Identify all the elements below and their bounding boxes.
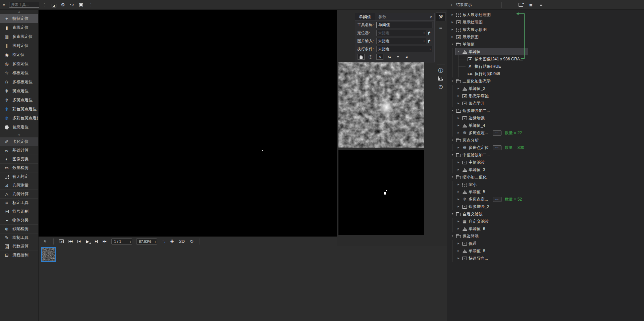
- list-button[interactable]: ≡: [395, 54, 401, 60]
- fit-view-button[interactable]: ⌜⌟: [159, 239, 168, 244]
- more-options-button[interactable]: •••: [493, 145, 501, 150]
- link-source-button[interactable]: ↱: [426, 39, 432, 44]
- palette-button[interactable]: ◕: [404, 54, 410, 60]
- expanded-arrow-icon[interactable]: ▼: [450, 139, 454, 141]
- expand-button[interactable]: ✕: [376, 54, 383, 60]
- tree-group-row[interactable]: ▼缩小加二值化: [447, 173, 644, 181]
- spinner-arrows[interactable]: ▴▾: [130, 240, 131, 243]
- tree-row[interactable]: ▶❊多斑点定...•••数量 = 52: [447, 196, 644, 203]
- frame-spinner[interactable]: ▴▾: [111, 238, 132, 245]
- sidebar-item-geocalc[interactable]: △几何计算: [0, 190, 38, 198]
- tree-row[interactable]: ▶单阈值_5: [447, 188, 644, 196]
- image-source-button[interactable]: ◢: [49, 2, 58, 7]
- more-options-button[interactable]: •••: [493, 130, 501, 136]
- lock-button[interactable]: [358, 54, 365, 60]
- link-source-button[interactable]: ↱: [426, 31, 432, 36]
- collapse-all-button[interactable]: ≣: [526, 2, 536, 7]
- tree-group-row[interactable]: ▼中值滤波加二...: [447, 151, 644, 159]
- sidebar-item-presence[interactable]: ?有无判定: [0, 172, 38, 181]
- expanded-arrow-icon[interactable]: ▼: [450, 109, 454, 112]
- sidebar-item-infinity[interactable]: ∞基础计算: [0, 146, 38, 155]
- expanded-arrow-icon[interactable]: ▼: [450, 43, 454, 45]
- sidebar-item-multiblob[interactable]: ❊多斑点定位: [0, 96, 38, 105]
- collapsed-arrow-icon[interactable]: ▶: [457, 131, 461, 134]
- sidebar-item-caliper[interactable]: ✐卡尺定位: [0, 137, 38, 146]
- collapsed-arrow-icon[interactable]: ▶: [450, 13, 454, 16]
- run-export-button[interactable]: ↪: [67, 2, 76, 7]
- collapsed-arrow-icon[interactable]: ▶: [457, 87, 461, 90]
- tree-row[interactable]: ▶↗放大展示原图: [447, 26, 644, 33]
- add-group-button[interactable]: +: [516, 2, 526, 7]
- tree-row[interactable]: 1.11执行时间0.948: [447, 70, 644, 77]
- tree-row[interactable]: ✗执行结果TRUE: [447, 63, 644, 70]
- collapsed-arrow-icon[interactable]: ▶: [457, 161, 461, 164]
- tree-row[interactable]: ▶❊多斑点定位•••数量 = 300: [447, 144, 644, 151]
- tree-row[interactable]: ▶≈低通: [447, 240, 644, 247]
- expanded-arrow-icon[interactable]: ▼: [457, 50, 461, 53]
- parameters-button[interactable]: ≡: [436, 23, 446, 32]
- histogram-button[interactable]: [436, 74, 446, 83]
- collapsed-arrow-icon[interactable]: ▶: [457, 146, 461, 149]
- play-button[interactable]: ▶: [83, 239, 92, 244]
- sidebar-item-geometry[interactable]: ⊿几何测量: [0, 181, 38, 190]
- field-select[interactable]: 未指定▾: [376, 30, 426, 36]
- zoom-spinner[interactable]: ▴▾: [136, 238, 157, 245]
- collapsed-arrow-icon[interactable]: ▶: [450, 36, 454, 38]
- tree-row[interactable]: ▶◢展示处理图: [447, 18, 644, 26]
- tree-row[interactable]: ▶单阈值_3: [447, 166, 644, 173]
- field-select[interactable]: 未指定▾: [376, 38, 426, 44]
- info-button[interactable]: ⓘ: [436, 66, 446, 75]
- tree-row[interactable]: ▶≈中值滤波: [447, 159, 644, 166]
- tree-group-row[interactable]: ▼二值化加形态学: [447, 77, 644, 85]
- sidebar-item-multiline[interactable]: ▥多直线定位: [0, 32, 38, 41]
- toolbar-collapse-icon[interactable]: »: [41, 239, 50, 244]
- threshold-preview-image[interactable]: [338, 150, 424, 235]
- collapsed-arrow-icon[interactable]: ▶: [457, 95, 461, 97]
- expanded-arrow-icon[interactable]: ▼: [450, 176, 454, 178]
- last-frame-button[interactable]: ▶▶: [101, 240, 109, 243]
- sidebar-item-pin-tool[interactable]: ⌖特征定位: [0, 14, 38, 23]
- expanded-arrow-icon[interactable]: ▼: [450, 154, 454, 156]
- tree-row[interactable]: ▶↗放大展示处理图: [447, 11, 644, 18]
- tree-group-row[interactable]: ▼边缘增强加二...: [447, 107, 644, 114]
- tree-row[interactable]: ▶◢形态学腐蚀: [447, 92, 644, 100]
- sidebar-item-draw[interactable]: ✎绘制工具: [0, 233, 38, 242]
- zoom-value[interactable]: [139, 239, 153, 244]
- panel-collapse-icon[interactable]: ‹: [447, 2, 456, 7]
- sidebar-item-multicircle[interactable]: ◎多圆定位: [0, 59, 38, 68]
- collapsed-arrow-icon[interactable]: ▶: [457, 191, 461, 193]
- tree-row[interactable]: ▶≡边缘增强_2: [447, 203, 644, 210]
- sidebar-item-contour[interactable]: 轮廓定位: [0, 123, 38, 132]
- spinner-arrows[interactable]: ▴▾: [155, 240, 156, 243]
- sidebar-item-blob[interactable]: ❋斑点定位: [0, 87, 38, 96]
- refresh-loop-button[interactable]: ↻: [187, 239, 196, 244]
- sidebar-item-calib[interactable]: ⌗标定工具: [0, 198, 38, 207]
- tree-row[interactable]: ▶单阈值_4: [447, 122, 644, 129]
- collapsed-arrow-icon[interactable]: ▶: [457, 102, 461, 105]
- collapsed-arrow-icon[interactable]: ▶: [450, 28, 454, 31]
- field-select[interactable]: 未指定▾: [376, 46, 432, 52]
- tree-row[interactable]: ▶单阈值_2: [447, 85, 644, 92]
- tree-row[interactable]: ▶❊多斑点定...•••数量 = 22: [447, 129, 644, 137]
- tree-row[interactable]: ▶≡边缘增强: [447, 114, 644, 122]
- sidebar-item-multicolorblob[interactable]: ❊多彩色斑点定位: [0, 114, 38, 123]
- snapshot-button[interactable]: ◢: [57, 239, 66, 243]
- next-frame-button[interactable]: ▶: [92, 240, 101, 243]
- tool-name-input[interactable]: 单阈值: [376, 22, 432, 28]
- sidebar-item-symbol[interactable]: ID符号识别: [0, 207, 38, 216]
- expanded-arrow-icon[interactable]: ▼: [450, 213, 454, 215]
- collapsed-arrow-icon[interactable]: ▶: [457, 117, 461, 119]
- sidebar-item-classify[interactable]: ◖◗物体分类: [0, 216, 38, 224]
- tree-row[interactable]: ▼单阈值: [447, 48, 644, 55]
- tab-单阈值[interactable]: 单阈值: [355, 13, 375, 20]
- tree-group-row[interactable]: ▼自定义滤波: [447, 210, 644, 218]
- settings-button[interactable]: ⚙: [58, 2, 67, 7]
- tree-row[interactable]: ▶单阈值_6: [447, 225, 644, 232]
- tree-row[interactable]: ▶≈快速导向...: [447, 255, 644, 262]
- frame-value[interactable]: [114, 239, 128, 244]
- search-input[interactable]: [9, 2, 39, 8]
- collapsed-arrow-icon[interactable]: ▶: [457, 220, 461, 223]
- sidebar-item-linepair[interactable]: ∥线对定位: [0, 41, 38, 50]
- image-canvas[interactable]: [39, 10, 337, 236]
- expanded-arrow-icon[interactable]: ▼: [450, 80, 454, 82]
